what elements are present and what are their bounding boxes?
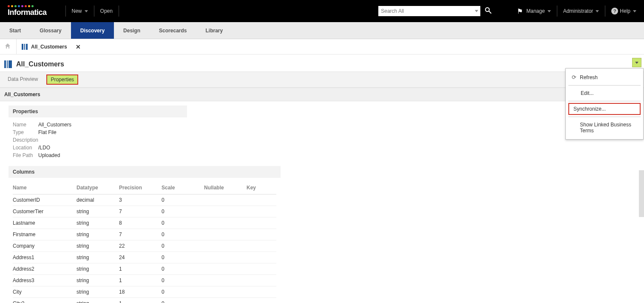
open-menu[interactable]: Open	[100, 8, 113, 14]
cell-key	[247, 286, 276, 298]
table-row[interactable]: Address2string10	[13, 263, 276, 275]
help-icon[interactable]: ?	[611, 8, 618, 14]
cell-key	[247, 263, 276, 275]
col-header-key[interactable]: Key	[247, 181, 276, 194]
menu-show-linked-label: Show Linked Business Terms	[580, 122, 637, 134]
cell-key	[247, 252, 276, 263]
columns-table: Name Datatype Precision Scale Nullable K…	[13, 181, 276, 303]
close-icon[interactable]: ✕	[76, 43, 81, 50]
table-row[interactable]: Citystring180	[13, 286, 276, 298]
brand-dot	[14, 5, 17, 7]
new-menu[interactable]: New	[72, 8, 88, 14]
nav-tab-discovery[interactable]: Discovery	[71, 22, 114, 39]
col-header-precision[interactable]: Precision	[119, 181, 162, 194]
cell-scale: 0	[162, 194, 204, 206]
table-row[interactable]: Lastnamestring80	[13, 217, 276, 229]
nav-tab-glossary[interactable]: Glossary	[30, 22, 71, 39]
table-row[interactable]: CustomerTierstring70	[13, 206, 276, 217]
table-row[interactable]: Address3string10	[13, 275, 276, 286]
divider	[94, 6, 94, 17]
nav-tabs: StartGlossaryDiscoveryDesignScorecardsLi…	[0, 22, 644, 39]
menu-refresh[interactable]: ⟳ Refresh	[566, 71, 643, 83]
refresh-icon: ⟳	[572, 74, 576, 80]
cell-precision: 1	[119, 275, 162, 286]
manage-menu[interactable]: Manage	[526, 8, 550, 14]
cell-scale: 0	[162, 206, 204, 217]
new-label: New	[72, 8, 82, 14]
prop-row-name: NameAll_Customers	[9, 121, 276, 129]
menu-show-linked[interactable]: Show Linked Business Terms	[566, 119, 643, 137]
search-box	[378, 6, 480, 16]
svg-point-0	[485, 8, 489, 11]
scrollbar[interactable]	[639, 170, 644, 217]
menu-edit[interactable]: Edit...	[566, 87, 643, 99]
tab-properties[interactable]: Properties	[46, 74, 78, 85]
manage-label: Manage	[526, 8, 545, 14]
search-scope-dropdown[interactable]	[475, 10, 478, 12]
cell-nullable	[204, 229, 247, 240]
help-label: Help	[620, 8, 630, 14]
nav-tab-start[interactable]: Start	[0, 22, 30, 39]
cell-precision: 18	[119, 286, 162, 298]
col-header-nullable[interactable]: Nullable	[204, 181, 247, 194]
sub-tabs: Data Preview Properties	[0, 71, 644, 88]
chevron-down-icon	[633, 10, 636, 12]
search-input[interactable]	[378, 6, 480, 16]
cell-scale: 0	[162, 240, 204, 252]
cell-precision: 22	[119, 240, 162, 252]
divider	[557, 6, 557, 17]
content-area: Properties NameAll_Customers TypeFlat Fi…	[0, 101, 644, 303]
flag-icon[interactable]: ⚑	[517, 7, 523, 15]
cell-scale: 0	[162, 286, 204, 298]
table-icon	[22, 44, 28, 50]
admin-menu[interactable]: Administrator	[563, 8, 599, 14]
table-row[interactable]: City2string10	[13, 298, 276, 303]
section-header: All_Customers	[0, 88, 644, 101]
table-row[interactable]: Firstnamestring70	[13, 229, 276, 240]
cell-name: Lastname	[13, 217, 77, 229]
cell-precision: 7	[119, 229, 162, 240]
help-menu[interactable]: Help	[620, 8, 636, 14]
brand-text: Informatica	[8, 8, 47, 17]
table-row[interactable]: Companystring220	[13, 240, 276, 252]
cell-datatype: string	[77, 275, 119, 286]
tab-data-preview[interactable]: Data Preview	[5, 74, 40, 85]
cell-precision: 8	[119, 217, 162, 229]
col-header-name[interactable]: Name	[13, 181, 77, 194]
cell-precision: 3	[119, 194, 162, 206]
cell-name: CustomerTier	[13, 206, 77, 217]
cell-key	[247, 275, 276, 286]
prop-row-filepath: File PathUploaded	[9, 152, 276, 159]
divider	[605, 6, 605, 17]
col-header-scale[interactable]: Scale	[162, 181, 204, 194]
actions-dropdown: ⟳ Refresh Edit... Synchronize... Show Li…	[565, 68, 644, 140]
prop-row-type: TypeFlat File	[9, 129, 276, 136]
menu-synchronize[interactable]: Synchronize...	[568, 103, 641, 115]
cell-key	[247, 229, 276, 240]
cell-scale: 0	[162, 252, 204, 263]
nav-tab-design[interactable]: Design	[114, 22, 150, 39]
cell-nullable	[204, 252, 247, 263]
nav-tab-library[interactable]: Library	[196, 22, 232, 39]
menu-refresh-label: Refresh	[580, 74, 598, 80]
divider	[16, 39, 17, 54]
brand-dots	[8, 5, 47, 7]
cell-precision: 1	[119, 263, 162, 275]
cell-key	[247, 217, 276, 229]
title-row: All_Customers	[0, 54, 644, 71]
table-row[interactable]: Address1string240	[13, 252, 276, 263]
menu-synchronize-label: Synchronize...	[573, 106, 606, 112]
search-icon[interactable]	[485, 7, 491, 15]
cell-precision: 24	[119, 252, 162, 263]
breadcrumb-item[interactable]: All_Customers ✕	[22, 43, 81, 50]
cell-name: Address1	[13, 252, 77, 263]
col-header-datatype[interactable]: Datatype	[77, 181, 119, 194]
table-row[interactable]: CustomerIDdecimal30	[13, 194, 276, 206]
actions-menu-button[interactable]	[632, 58, 641, 67]
cell-nullable	[204, 194, 247, 206]
nav-tab-scorecards[interactable]: Scorecards	[150, 22, 196, 39]
page-title: All_Customers	[16, 60, 64, 68]
cell-scale: 0	[162, 217, 204, 229]
cell-nullable	[204, 263, 247, 275]
home-icon[interactable]	[4, 43, 11, 51]
